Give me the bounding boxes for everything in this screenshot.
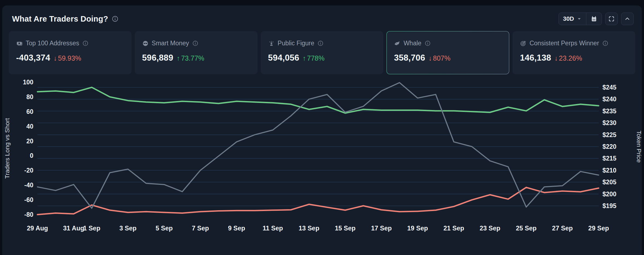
x-axis-tick: 11 Sep [263,225,283,232]
x-axis-tick: 21 Sep [443,225,464,232]
x-axis-tick: 17 Sep [371,225,392,232]
stat-card-value-row: 594,056 ↑ 778% [268,53,376,63]
stat-card-label: Consistent Perps Winner [529,40,599,47]
y-right-tick: $195 [602,202,616,209]
y-left-tick: 100 [23,79,33,86]
change-arrow-icon: ↓ [429,54,432,62]
traders-chart[interactable]: 100806040200-20-40-60-80$245$240$235$230… [2,75,642,242]
stat-card-header: Top 100 Addresses [16,40,124,47]
y-left-tick: 80 [26,93,33,100]
stat-card-value: 146,138 [520,53,551,63]
change-arrow-icon: ↑ [303,54,306,62]
time-range-dropdown[interactable]: 30D [559,15,586,22]
x-axis-tick: 29 Sep [588,225,609,232]
caret-down-icon [577,16,582,21]
stat-card-label: Smart Money [152,40,189,47]
stat-card-value-row: 146,138 ↓ 23.26% [520,53,628,63]
x-axis-tick: 1 Sep [83,225,100,232]
stat-card-value-row: -403,374 ↓ 59.93% [16,53,124,63]
stat-card-change: ↑ 778% [303,54,324,62]
series-line-traders-long-vs-short-red [37,187,599,215]
fullscreen-icon [608,16,615,22]
x-axis-tick: 5 Sep [156,225,173,232]
x-axis-tick: 23 Sep [480,225,500,232]
target-icon [520,40,526,47]
info-icon[interactable] [82,40,89,46]
page-title: What Are Traders Doing? [12,14,108,23]
time-range-value: 30D [563,15,574,22]
x-axis-tick: 3 Sep [119,225,137,232]
change-percent: 73.77% [181,54,204,62]
change-arrow-icon: ↓ [554,54,558,62]
whale-icon [394,40,400,47]
stat-card-label: Public Figure [278,40,314,47]
stat-card-value: 596,889 [142,53,173,63]
stat-card-change: ↓ 807% [429,54,450,62]
y-right-tick: $210 [602,167,616,174]
x-axis-tick: 13 Sep [299,225,320,232]
title-info-icon[interactable] [112,15,119,22]
calendar-button[interactable] [586,13,602,25]
x-axis-tick: 25 Sep [516,225,537,232]
change-percent: 807% [433,54,450,62]
x-axis-tick: 19 Sep [407,225,428,232]
stat-card-public-figure[interactable]: Public Figure 594,056 ↑ 778% [261,31,384,74]
panel-header: What Are Traders Doing? 30D [2,5,642,25]
y-right-tick: $215 [602,155,616,162]
fullscreen-button[interactable] [605,13,618,25]
y-right-tick: $200 [602,191,616,198]
y-left-tick: 60 [26,108,33,115]
stat-card-value: 594,056 [268,53,299,63]
stat-card-consistent-perps-winner[interactable]: Consistent Perps Winner 146,138 ↓ 23.26% [513,31,635,74]
traders-dashboard: What Are Traders Doing? 30D [0,0,644,255]
stat-card-change: ↓ 59.93% [54,54,81,62]
chart-area: 100806040200-20-40-60-80$245$240$235$230… [2,75,642,244]
x-axis-tick: 29 Aug [27,225,48,232]
info-icon[interactable] [192,40,198,46]
y-left-tick: 20 [26,138,33,145]
change-percent: 23.26% [559,54,582,62]
x-axis-tick: 27 Sep [552,225,573,232]
y-left-tick: -40 [24,182,33,189]
stat-card-header: Public Figure [268,40,376,47]
y-right-tick: $245 [602,84,616,91]
y-right-tick: $230 [602,119,616,126]
header-controls: 30D [558,13,634,25]
x-axis-tick: 7 Sep [192,225,209,232]
x-axis-tick: 9 Sep [228,225,245,232]
y-left-tick: -60 [24,196,33,203]
change-arrow-icon: ↑ [177,54,180,62]
change-percent: 59.93% [58,54,81,62]
money-icon [16,40,23,47]
stat-card-header: Consistent Perps Winner [520,40,628,47]
stat-card-label: Top 100 Addresses [26,40,79,47]
collapse-button[interactable] [621,13,634,25]
y-left-tick: -80 [24,211,33,218]
info-icon[interactable] [425,40,431,46]
chevron-up-icon [624,16,631,22]
info-icon[interactable] [602,40,608,46]
y-right-tick: $205 [602,179,616,186]
stat-card-whale[interactable]: Whale 358,706 ↓ 807% [387,31,509,74]
stat-card-value: -403,374 [16,53,50,63]
change-percent: 778% [307,54,324,62]
y-left-axis-title: Traders Long vs Short [4,118,11,179]
y-left-tick: 40 [26,123,33,130]
stat-card-change: ↑ 73.77% [177,54,204,62]
y-right-tick: $235 [602,108,616,115]
stat-card-value-row: 596,889 ↑ 73.77% [142,53,250,63]
y-right-tick: $240 [602,96,616,103]
stat-card-top-100-addresses[interactable]: Top 100 Addresses -403,374 ↓ 59.93% [9,31,131,74]
time-range-group: 30D [558,13,602,25]
public-figure-icon [268,40,275,47]
series-line-token-price-gray [37,83,599,208]
stat-cards-row: Top 100 Addresses -403,374 ↓ 59.93% [2,31,642,74]
info-icon[interactable] [317,40,324,46]
stat-card-value: 358,706 [394,53,425,63]
y-left-tick: 0 [30,152,33,159]
stat-card-header: Whale [394,40,502,47]
y-right-axis-title: Token Price [636,131,642,163]
series-line-traders-long-vs-short-green [37,87,599,113]
calendar-icon [591,16,597,22]
stat-card-smart-money[interactable]: Smart Money 596,889 ↑ 73.77% [135,31,257,74]
